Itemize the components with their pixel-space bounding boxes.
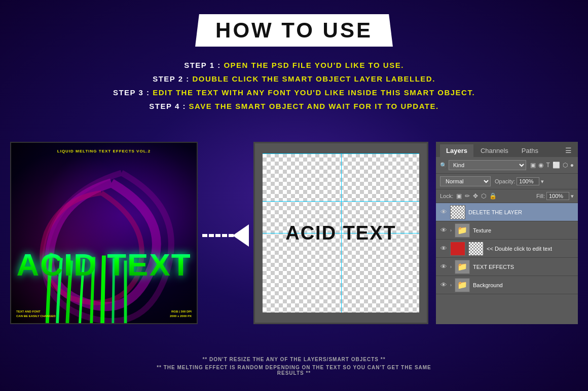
layers-tabs-row: Layers Channels Paths ☰: [436, 142, 578, 157]
page-title: HOW TO USE: [215, 18, 373, 42]
layer-name-3: TEXT EFFECTS: [473, 264, 574, 270]
layer-row-texture[interactable]: 👁 › 📁 Texture: [436, 221, 578, 240]
lock-pixels-icon[interactable]: ▣: [456, 192, 462, 200]
tab-paths[interactable]: Paths: [516, 144, 544, 157]
layers-menu-icon[interactable]: ☰: [563, 144, 574, 157]
layer-thumb-red: [450, 242, 465, 256]
layer-row-background[interactable]: 👁 › 📁 Background: [436, 276, 578, 294]
preview-acid-text: ACID TEXT: [16, 247, 191, 283]
tab-channels[interactable]: Channels: [474, 144, 514, 157]
arrow-dash: [209, 234, 214, 237]
opacity-input[interactable]: [517, 177, 539, 185]
layer-name-2: << Double click to edit text: [487, 246, 574, 252]
guide-vertical: [341, 153, 342, 312]
arrow-container: [205, 142, 246, 329]
fill-label: Fill:: [536, 193, 545, 199]
eye-icon-2[interactable]: 👁: [440, 245, 447, 252]
lock-artboard-icon[interactable]: ⬡: [481, 192, 486, 200]
lock-transform-icon[interactable]: ✥: [473, 192, 478, 200]
layer-thumb-0: [450, 205, 465, 219]
step-4-label: STEP 4 :: [149, 102, 189, 110]
swirl-svg: [11, 143, 197, 323]
opacity-chevron-icon: ▾: [541, 178, 544, 185]
layers-panel: Layers Channels Paths ☰ 🔍 Kind ▣ ◉ T ⬜ ⬡…: [436, 142, 578, 324]
step-3-label: STEP 3 :: [113, 88, 153, 97]
layers-toolbar: 🔍 Kind ▣ ◉ T ⬜ ⬡ ●: [436, 157, 578, 174]
layers-icons: ▣ ◉ T ⬜ ⬡ ●: [530, 162, 574, 169]
footer-section: ** DON'T RESIZE THE ANY OF THE LAYERS/SM…: [147, 357, 441, 378]
arrow-dash: [215, 234, 220, 237]
chevron-1: ›: [450, 228, 452, 233]
opacity-label: Opacity:: [495, 178, 515, 184]
preview-bottom-right: RGB | 300 DPI2000 x 2000 PX: [170, 309, 192, 318]
type-filter-icon[interactable]: T: [546, 162, 549, 169]
blend-mode-select[interactable]: Normal: [440, 176, 491, 186]
step-1-label: STEP 1 :: [184, 61, 224, 69]
editor-panel: ACID TEXT: [253, 142, 428, 324]
layer-name-0: DELETE THE LAYER: [468, 209, 574, 215]
step-4: STEP 4 : SAVE THE SMART OBJECT AND WAIT …: [66, 102, 522, 110]
step-3-value: EDIT THE TEXT WITH ANY FONT YOU'D LIKE I…: [153, 88, 475, 97]
search-icon: 🔍: [440, 162, 447, 169]
layers-search: 🔍 Kind: [440, 160, 526, 170]
layer-row-delete[interactable]: 👁 DELETE THE LAYER: [436, 203, 578, 221]
step-3: STEP 3 : EDIT THE TEXT WITH ANY FONT YOU…: [66, 88, 522, 97]
fill-input[interactable]: [546, 192, 569, 200]
layer-thumb-3: 📁: [455, 260, 470, 274]
step-2-value: DOUBLE CLICK THE SMART OBJECT LAYER LABE…: [192, 74, 435, 83]
step-2: STEP 2 : DOUBLE CLICK THE SMART OBJECT L…: [66, 74, 522, 83]
arrow-dash: [202, 234, 207, 237]
title-banner: HOW TO USE: [195, 14, 393, 47]
adjustment-filter-icon[interactable]: ◉: [538, 162, 543, 169]
direction-arrow: [202, 224, 249, 247]
layer-row-text-effects[interactable]: 👁 › 📁 TEXT EFFECTS: [436, 258, 578, 276]
smart-filter-icon[interactable]: ⬡: [563, 162, 568, 169]
kind-select[interactable]: Kind: [449, 160, 526, 170]
preview-image: LIQUID MELTING TEXT EFFECTS VOL.2 ACID T…: [10, 142, 198, 324]
arrow-head: [233, 224, 249, 247]
eye-icon-4[interactable]: 👁: [440, 281, 447, 289]
preview-top-text: LIQUID MELTING TEXT EFFECTS VOL.2: [57, 149, 151, 153]
pixel-filter-icon[interactable]: ▣: [530, 162, 536, 169]
layer-row-edit-text[interactable]: 👁 << Double click to edit text: [436, 240, 578, 258]
layer-thumb-4: 📁: [455, 278, 470, 292]
lock-paint-icon[interactable]: ✏: [465, 192, 470, 200]
layers-lock-row: Lock: ▣ ✏ ✥ ⬡ 🔒 Fill: ▾: [436, 189, 578, 203]
step-1: STEP 1 : OPEN THE PSD FILE YOU'D LIKE TO…: [66, 61, 522, 69]
lock-label: Lock:: [440, 193, 453, 199]
arrow-body: [202, 234, 234, 237]
footer-line-1: ** DON'T RESIZE THE ANY OF THE LAYERS/SM…: [147, 357, 441, 362]
layers-blend-row: Normal Opacity: ▾: [436, 174, 578, 189]
editor-canvas: ACID TEXT: [263, 153, 419, 312]
opacity-row: Opacity: ▾: [495, 177, 544, 185]
preview-bottom-left: TEXT AND FONTCAN BE EASILY CHANGED: [16, 309, 56, 318]
layer-name-1: Texture: [473, 227, 574, 233]
footer-line-2: ** THE MELTING EFFECT IS RANDOM DEPENDIN…: [147, 365, 441, 376]
effect-filter-icon[interactable]: ●: [570, 162, 574, 169]
arrow-dash: [222, 234, 227, 237]
main-content: LIQUID MELTING TEXT EFFECTS VOL.2 ACID T…: [10, 142, 578, 329]
fill-row: Fill: ▾: [536, 192, 574, 200]
chevron-3: ›: [450, 264, 452, 269]
step-2-label: STEP 2 :: [153, 74, 192, 83]
tab-layers[interactable]: Layers: [440, 144, 473, 157]
preview-panel: LIQUID MELTING TEXT EFFECTS VOL.2 ACID T…: [10, 142, 198, 324]
lock-all-icon[interactable]: 🔒: [489, 192, 497, 200]
eye-icon-3[interactable]: 👁: [440, 263, 447, 270]
step-4-value: SAVE THE SMART OBJECT AND WAIT FOR IT TO…: [189, 102, 439, 110]
eye-icon-1[interactable]: 👁: [440, 226, 447, 234]
layer-thumb-2: [468, 242, 484, 256]
layer-name-4: Background: [473, 282, 574, 288]
steps-section: STEP 1 : OPEN THE PSD FILE YOU'D LIKE TO…: [66, 61, 522, 115]
step-1-value: OPEN THE PSD FILE YOU'D LIKE TO USE.: [224, 61, 403, 69]
layer-thumb-1: 📁: [455, 223, 470, 238]
chevron-4: ›: [450, 283, 452, 288]
fill-chevron-icon: ▾: [571, 193, 574, 200]
guide-horizontal: [263, 201, 419, 202]
shape-filter-icon[interactable]: ⬜: [553, 162, 560, 169]
eye-icon-0[interactable]: 👁: [440, 208, 447, 216]
